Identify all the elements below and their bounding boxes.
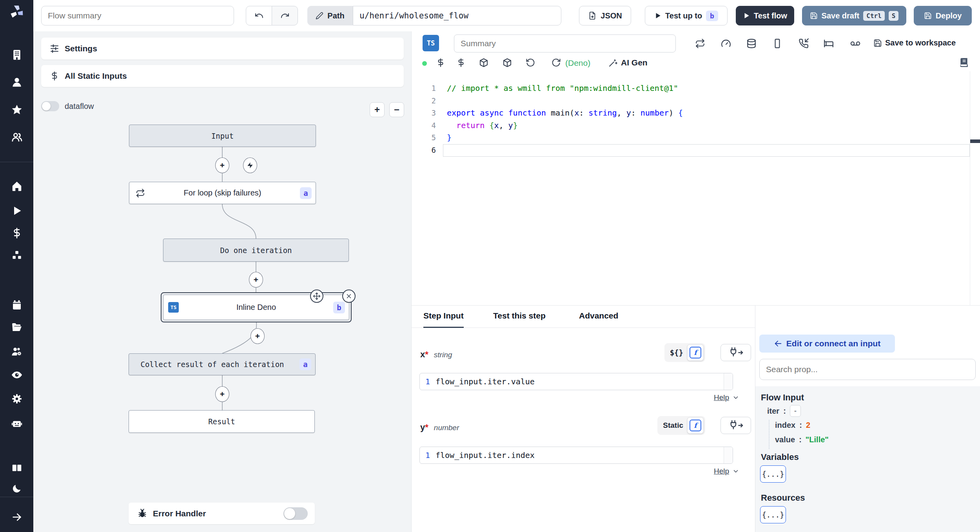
field-x-help-link[interactable]: Help — [714, 393, 739, 402]
sidebar-item-eye-icon[interactable] — [11, 369, 23, 381]
field-y-mode-toggle[interactable]: Static f — [657, 416, 705, 435]
undo-button[interactable] — [246, 6, 272, 25]
code-lines[interactable]: // import * as wmill from "npm:windmill-… — [445, 82, 969, 156]
test-flow-button[interactable]: Test flow — [736, 6, 794, 25]
sidebar-item-folders-icon[interactable] — [11, 321, 23, 333]
mini-editor-scrollbar[interactable] — [724, 447, 733, 463]
field-x-expression-editor[interactable]: 1 flow_input.iter.value — [419, 373, 733, 390]
prop-tree-section: Flow Input iter : - index : 2 value : "L… — [755, 386, 980, 532]
field-x-expression[interactable]: flow_input.iter.value — [436, 377, 724, 386]
sidebar-item-runs-play-icon[interactable] — [11, 204, 23, 217]
tab-test-this-step[interactable]: Test this step — [493, 311, 546, 326]
mini-editor-scrollbar[interactable] — [724, 373, 733, 390]
move-node-handle[interactable] — [310, 290, 323, 303]
redo-button[interactable] — [272, 6, 298, 25]
sidebar-item-workspace-building-icon[interactable] — [11, 49, 23, 61]
sidebar-item-settings-gear-icon[interactable] — [11, 393, 23, 405]
delete-node-button[interactable] — [342, 290, 356, 303]
sidebar-item-dark-mode-moon-icon[interactable] — [11, 482, 23, 495]
rotate-ccw-icon[interactable] — [526, 58, 535, 67]
tree-key-index[interactable]: index — [775, 421, 795, 430]
retry-repeat-icon[interactable] — [695, 38, 705, 49]
error-handler-row[interactable]: Error Handler — [129, 503, 315, 524]
variables-object-button[interactable]: {...} — [760, 465, 786, 483]
sidebar-item-schedules-calendar-icon[interactable] — [11, 299, 23, 311]
search-prop-input[interactable] — [759, 359, 976, 380]
step-summary-input[interactable] — [454, 34, 676, 52]
zoom-out-button[interactable]: − — [389, 102, 404, 117]
sidebar-item-robot-icon[interactable] — [11, 417, 23, 430]
trigger-zap-button[interactable] — [243, 157, 257, 173]
flow-settings-button[interactable]: Settings — [41, 38, 404, 60]
flow-summary-input[interactable] — [41, 6, 234, 25]
error-handler-toggle[interactable] — [283, 507, 308, 520]
add-step-button[interactable]: + — [215, 157, 229, 173]
flow-node-result[interactable]: Result — [129, 410, 315, 433]
tree-collapse-button[interactable]: - — [790, 405, 801, 417]
save-draft-button[interactable]: Save draftCtrlS — [802, 6, 906, 25]
json-button[interactable]: JSON — [579, 6, 631, 25]
package-icon[interactable] — [479, 58, 488, 67]
field-y-expression-editor[interactable]: 1 flow_input.iter.index — [419, 447, 733, 464]
all-static-inputs-button[interactable]: All Static Inputs — [41, 65, 404, 87]
early-stop-phone-incoming-icon[interactable] — [799, 38, 809, 49]
field-x-connect-button[interactable] — [720, 344, 751, 361]
windmill-logo-icon[interactable] — [9, 4, 24, 20]
deno-runtime-label[interactable]: (Deno) — [565, 58, 590, 68]
mode-javascript-chip[interactable]: f — [687, 417, 704, 434]
flow-node-iteration[interactable]: Do one iteration — [163, 239, 349, 262]
library-book-icon[interactable] — [959, 57, 969, 67]
add-step-button[interactable]: + — [215, 386, 229, 402]
sidebar-item-users-icon[interactable] — [11, 131, 23, 143]
dataflow-toggle[interactable] — [41, 101, 59, 111]
path-input[interactable] — [353, 6, 561, 25]
concurrency-gauge-icon[interactable] — [721, 38, 731, 49]
flow-node-input[interactable]: Input — [129, 125, 316, 147]
deploy-button[interactable]: Deploy — [914, 6, 972, 25]
sidebar-item-resources-boxes-icon[interactable] — [11, 249, 23, 262]
package-icon[interactable] — [503, 58, 512, 67]
test-up-to-button[interactable]: Test up tob — [645, 6, 728, 25]
field-y-help-link[interactable]: Help — [714, 467, 739, 476]
resources-object-button[interactable]: {...} — [760, 506, 786, 523]
cache-database-icon[interactable] — [746, 38, 757, 49]
edit-or-connect-button[interactable]: Edit or connect an input — [759, 335, 895, 353]
tab-step-input[interactable]: Step Input — [423, 311, 464, 328]
sidebar-item-user-icon[interactable] — [11, 76, 23, 89]
path-edit-button[interactable]: Path — [307, 6, 353, 25]
suspend-voicemail-icon[interactable] — [850, 38, 860, 49]
sidebar-item-groups-cog-icon[interactable] — [11, 346, 23, 358]
tree-row-value[interactable]: value : "Lille" — [775, 435, 829, 444]
sleep-bed-icon[interactable] — [824, 38, 834, 49]
sidebar-item-variables-dollar-icon[interactable] — [11, 227, 23, 239]
assets-dollar-icon[interactable] — [456, 58, 466, 67]
flow-node-forloop[interactable]: For loop (skip failures) a — [129, 182, 316, 204]
add-step-button[interactable]: + — [250, 328, 265, 344]
tree-value-value[interactable]: "Lille" — [806, 435, 829, 444]
sidebar-item-docs-books-icon[interactable] — [11, 462, 23, 474]
tree-value-index[interactable]: 2 — [806, 421, 810, 430]
flow-node-collect[interactable]: Collect result of each iterationa — [129, 353, 316, 375]
mode-template-label[interactable]: ${} — [670, 348, 683, 357]
field-x-mode-toggle[interactable]: ${} f — [664, 343, 705, 362]
tree-row-iter[interactable]: iter : - — [767, 405, 801, 417]
add-step-button[interactable]: + — [249, 272, 263, 288]
tree-key-value[interactable]: value — [775, 435, 795, 444]
mode-javascript-chip[interactable]: f — [687, 344, 704, 361]
save-to-workspace-button[interactable]: Save to workspace — [873, 38, 956, 47]
refresh-icon[interactable] — [551, 58, 561, 67]
sidebar-item-home-icon[interactable] — [11, 180, 23, 192]
zoom-in-button[interactable]: + — [370, 102, 385, 117]
field-y-connect-button[interactable] — [720, 417, 751, 434]
assets-dollar-icon[interactable] — [436, 58, 445, 67]
editor-scrollbar[interactable] — [970, 71, 980, 306]
tab-advanced[interactable]: Advanced — [579, 311, 618, 326]
field-y-expression[interactable]: flow_input.iter.index — [436, 451, 724, 460]
ai-gen-button[interactable]: AI Gen — [608, 58, 648, 67]
mode-static-label[interactable]: Static — [663, 421, 683, 430]
timeout-smartphone-icon[interactable] — [772, 38, 782, 49]
tree-key-iter[interactable]: iter — [767, 407, 779, 416]
sidebar-item-star-icon[interactable] — [11, 103, 23, 116]
sidebar-collapse-arrow-icon[interactable] — [11, 511, 23, 523]
tree-row-index[interactable]: index : 2 — [775, 421, 810, 430]
